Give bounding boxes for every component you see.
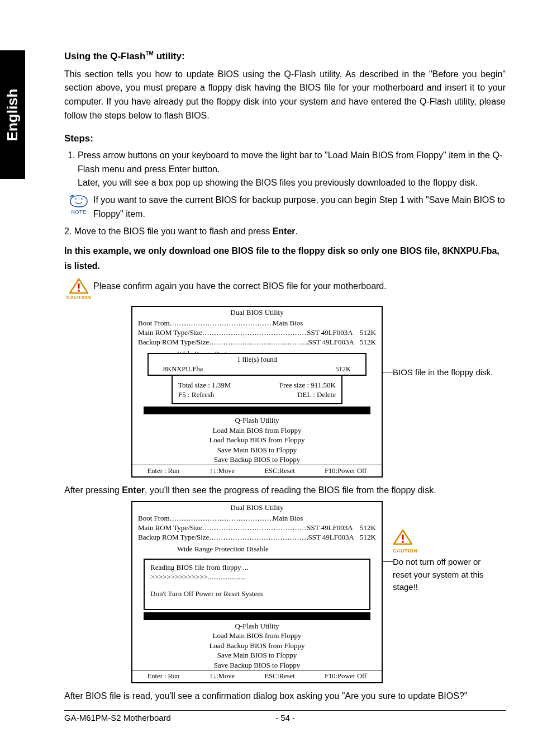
note-block: NOTE If you want to save the current BIO… <box>64 193 506 221</box>
bios-screenshot-1: Dual BIOS Utility Boot FromMain Bios Mai… <box>131 306 506 478</box>
popup-title-bar: 1 file(s) found 8KNXPU.Fba 512K <box>147 353 367 376</box>
footer-model: GA-M61PM-S2 Motherboard <box>64 713 171 722</box>
section-heading: Using the Q-FlashTM utility: <box>64 50 506 62</box>
bios-footer: Enter : Run ↑↓:Move ESC:Reset F10:Power … <box>132 465 382 476</box>
bios-menu: Q-Flash Utility Load Main BIOS from Flop… <box>132 620 382 670</box>
caution-block-1: CAUTION Please confirm again you have th… <box>64 278 506 300</box>
highlighted-bar <box>144 612 370 620</box>
language-label: English <box>4 88 21 141</box>
language-tab: English <box>0 50 25 179</box>
bios-screenshot-2: Dual BIOS Utility Boot FromMain Bios Mai… <box>131 501 506 683</box>
example-note: In this example, we only download one BI… <box>64 243 506 273</box>
bios-footer: Enter : Run ↑↓:Move ESC:Reset F10:Power … <box>132 670 382 682</box>
intro-paragraph: This section tells you how to update BIO… <box>64 68 506 123</box>
callout-caution-2: CAUTION Do not turn off power or reset y… <box>393 501 499 594</box>
file-popup: 1 file(s) found 8KNXPU.Fba 512K Total si… <box>172 362 342 404</box>
bios-box: Dual BIOS Utility Boot FromMain Bios Mai… <box>131 501 383 683</box>
callout-bios-file: BIOS file in the floppy disk. <box>393 366 493 379</box>
note-icon: NOTE <box>64 193 93 215</box>
svg-point-3 <box>402 541 404 543</box>
steps-heading: Steps: <box>64 133 506 144</box>
footer-page-number: - 54 - <box>275 713 295 722</box>
steps-list: Press arrow buttons on your keyboard to … <box>64 149 506 190</box>
after-enter-text: After pressing Enter, you'll then see th… <box>64 485 506 495</box>
bios-box: Dual BIOS Utility Boot FromMain Bios Mai… <box>131 306 383 478</box>
page-footer: GA-M61PM-S2 Motherboard - 54 - <box>64 710 506 722</box>
bios-menu: Q-Flash Utility Load Main BIOS from Flop… <box>132 414 382 465</box>
note-text: If you want to save the current BIOS for… <box>93 193 506 221</box>
caution-text-1: Please confirm again you have the correc… <box>93 278 506 291</box>
caution-icon <box>393 529 413 546</box>
step-1: Press arrow buttons on your keyboard to … <box>78 149 506 190</box>
page-content: Using the Q-FlashTM utility: This sectio… <box>64 50 506 706</box>
highlighted-bar <box>144 407 370 414</box>
step-2: 2. Move to the BIOS file you want to fla… <box>64 225 506 239</box>
after-read-text: After BIOS file is read, you'll see a co… <box>64 691 506 701</box>
caution-icon: CAUTION <box>64 278 93 300</box>
svg-point-1 <box>78 290 80 292</box>
progress-box: Reading BIOS file from floppy ... >>>>>>… <box>144 559 370 610</box>
